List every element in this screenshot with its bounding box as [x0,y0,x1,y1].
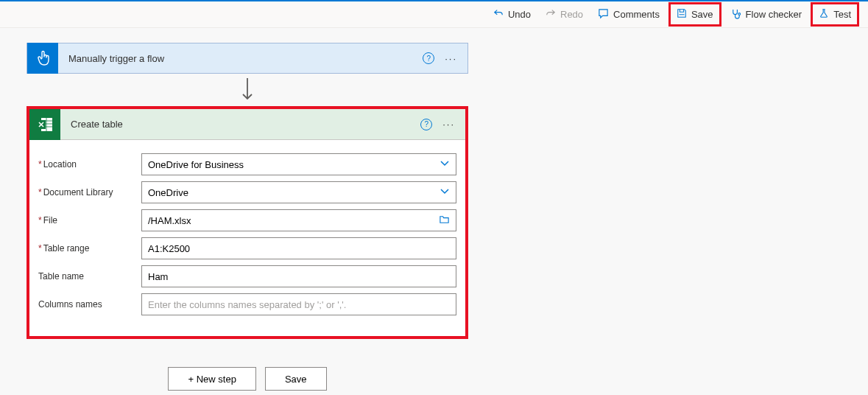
trigger-menu-icon[interactable]: ··· [445,53,457,64]
flask-icon [819,8,829,21]
action-title: Create table [60,119,420,130]
comments-label: Comments [613,9,660,20]
trigger-title: Manually trigger a flow [58,53,423,64]
library-label: *Document Library [38,187,141,198]
save-label-top: Save [691,9,713,20]
test-label: Test [833,9,851,20]
tablename-label: Table name [38,271,141,282]
save-button[interactable]: Save [265,367,327,391]
folder-picker-icon[interactable] [439,214,450,227]
range-input[interactable] [141,237,456,259]
chevron-down-icon[interactable] [440,158,450,171]
columns-label: Columns names [38,299,141,310]
bottom-buttons: + New step Save [27,367,468,391]
columns-input[interactable] [141,293,456,315]
file-label: *File [38,215,141,226]
help-icon[interactable]: ? [423,52,434,64]
test-highlight: Test [811,2,859,27]
save-button-top[interactable]: Save [671,4,719,24]
tablename-input[interactable] [141,265,456,287]
new-step-button[interactable]: + New step [168,367,255,391]
action-card-highlight: Create table ? ··· *Location [27,106,468,339]
trigger-card[interactable]: Manually trigger a flow ? ··· [27,43,468,74]
help-icon[interactable]: ? [420,119,432,130]
connector-arrow [27,74,468,106]
action-menu-icon[interactable]: ··· [442,119,455,130]
library-input[interactable] [141,181,456,203]
tablename-field[interactable] [148,271,450,282]
flow-checker-label: Flow checker [746,9,802,20]
test-button[interactable]: Test [813,4,857,24]
location-label: *Location [38,159,141,169]
range-field[interactable] [148,243,450,254]
range-label: *Table range [38,243,141,254]
chevron-down-icon[interactable] [440,186,450,199]
file-field[interactable] [148,215,439,226]
save-highlight: Save [668,2,721,27]
stethoscope-icon [730,8,741,21]
comment-icon [598,8,609,21]
columns-field[interactable] [148,299,450,310]
flow-canvas: Manually trigger a flow ? ··· [0,28,868,395]
file-input[interactable] [141,209,456,231]
redo-button[interactable]: Redo [540,4,589,24]
undo-label: Undo [508,9,531,20]
location-input[interactable] [141,153,456,175]
excel-icon [29,109,60,140]
toolbar: Undo Redo Comments Save Flow checker [0,1,868,28]
redo-icon [546,8,556,21]
manual-trigger-icon [27,43,58,74]
redo-label: Redo [560,9,583,20]
location-field[interactable] [148,159,440,170]
undo-button[interactable]: Undo [487,4,537,24]
flow-checker-button[interactable]: Flow checker [724,4,808,25]
undo-icon [493,8,504,21]
action-body: *Location *Document Library [29,140,465,336]
comments-button[interactable]: Comments [592,4,666,25]
save-icon [677,8,687,21]
library-field[interactable] [148,187,440,198]
action-header[interactable]: Create table ? ··· [29,109,465,140]
